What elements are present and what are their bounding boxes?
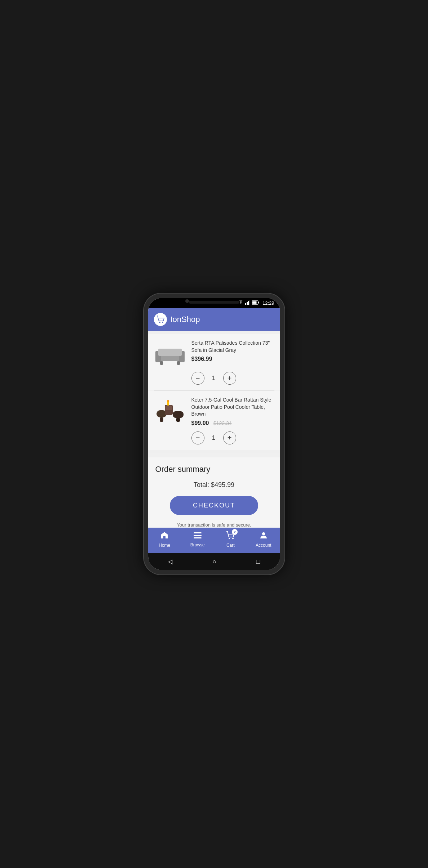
account-icon	[260, 531, 268, 541]
svg-rect-12	[158, 349, 182, 356]
nav-label-account: Account	[256, 543, 271, 548]
svg-rect-18	[176, 418, 180, 422]
home-button[interactable]: ○	[213, 558, 217, 565]
main-content: Serta RTA Palisades Collection 73" Sofa …	[148, 331, 280, 528]
nav-label-home: Home	[159, 543, 170, 548]
svg-rect-28	[194, 537, 202, 538]
item-name-sofa: Serta RTA Palisades Collection 73" Sofa …	[191, 340, 274, 354]
svg-rect-16	[160, 417, 163, 422]
item-price-original-table: $122.34	[213, 420, 232, 426]
cart-item-2: Keter 7.5-Gal Cool Bar Rattan Style Outd…	[148, 391, 280, 450]
svg-rect-13	[160, 361, 163, 365]
item-price-table: $99.00	[191, 420, 209, 426]
svg-rect-26	[194, 532, 202, 533]
nav-item-home[interactable]: Home	[148, 531, 181, 548]
svg-rect-1	[247, 302, 248, 305]
checkout-button[interactable]: CHECKOUT	[170, 496, 258, 515]
svg-point-31	[262, 532, 265, 535]
signal-icon	[245, 300, 250, 305]
phone-camera	[185, 299, 189, 303]
svg-rect-2	[248, 301, 249, 305]
cart-item-row: Serta RTA Palisades Collection 73" Sofa …	[154, 340, 274, 367]
app-logo: IonShop	[154, 313, 200, 326]
cart-item-row-2: Keter 7.5-Gal Cool Bar Rattan Style Outd…	[154, 397, 274, 426]
svg-rect-6	[258, 302, 259, 303]
item-details-table: Keter 7.5-Gal Cool Bar Rattan Style Outd…	[191, 397, 274, 426]
cart-badge: 2	[232, 529, 238, 535]
bottom-nav: Home Browse	[148, 528, 280, 553]
nav-label-browse: Browse	[190, 542, 205, 547]
qty-value-table: 1	[210, 434, 217, 442]
decrease-qty-sofa[interactable]: −	[191, 372, 204, 385]
order-summary: Order summary Total: $495.99 CHECKOUT Yo…	[148, 457, 280, 528]
decrease-qty-table[interactable]: −	[191, 431, 204, 444]
svg-rect-0	[245, 303, 246, 305]
svg-rect-20	[166, 406, 172, 410]
quantity-row-sofa: − 1 +	[191, 372, 274, 385]
increase-qty-sofa[interactable]: +	[223, 372, 236, 385]
phone-frame: 12:29 IonShop	[144, 294, 284, 574]
app-name: IonShop	[171, 315, 200, 324]
recent-button[interactable]: □	[256, 558, 260, 565]
nav-label-cart: Cart	[226, 543, 235, 548]
secure-text: Your transaction is safe and secure.	[155, 522, 273, 528]
phone-screen: 12:29 IonShop	[148, 298, 280, 570]
browse-icon	[194, 532, 202, 541]
svg-rect-14	[177, 361, 180, 365]
svg-point-30	[232, 538, 234, 539]
item-price-sofa: $396.99	[191, 356, 212, 362]
svg-point-8	[162, 322, 163, 323]
order-summary-title: Order summary	[155, 465, 273, 474]
svg-point-29	[229, 538, 230, 539]
qty-value-sofa: 1	[210, 375, 217, 382]
back-button[interactable]: ◁	[168, 558, 173, 565]
app-header: IonShop	[148, 308, 280, 331]
item-name-table: Keter 7.5-Gal Cool Bar Rattan Style Outd…	[191, 397, 274, 418]
svg-point-7	[159, 322, 160, 323]
cart-item: Serta RTA Palisades Collection 73" Sofa …	[148, 334, 280, 390]
cart-badge-wrapper: 2	[226, 531, 235, 541]
svg-point-22	[167, 400, 169, 402]
svg-rect-3	[250, 300, 250, 305]
logo-icon	[154, 313, 167, 326]
increase-qty-table[interactable]: +	[223, 431, 236, 444]
quantity-row-table: − 1 +	[191, 431, 274, 444]
svg-rect-17	[173, 411, 184, 418]
svg-rect-27	[194, 535, 202, 536]
order-total: Total: $495.99	[155, 481, 273, 489]
phone-speaker	[189, 301, 239, 304]
nav-item-account[interactable]: Account	[247, 531, 280, 548]
nav-item-browse[interactable]: Browse	[181, 532, 214, 547]
item-image-table	[154, 397, 186, 424]
time-display: 12:29	[262, 300, 274, 306]
android-nav: ◁ ○ □	[148, 553, 280, 570]
item-image-sofa	[154, 340, 186, 367]
svg-rect-21	[167, 401, 169, 406]
battery-icon	[252, 300, 260, 305]
nav-item-cart[interactable]: 2 Cart	[214, 531, 247, 548]
svg-rect-5	[252, 301, 256, 304]
cart-section: Serta RTA Palisades Collection 73" Sofa …	[148, 331, 280, 453]
item-details-sofa: Serta RTA Palisades Collection 73" Sofa …	[191, 340, 274, 362]
home-icon	[160, 531, 168, 541]
status-icons: 12:29	[238, 300, 274, 306]
